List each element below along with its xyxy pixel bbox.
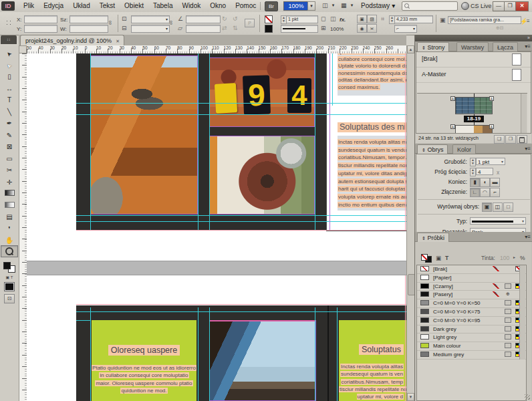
vertical-scrollbar[interactable]: ▲ ▼ (406, 45, 414, 401)
delete-page-icon[interactable] (517, 135, 527, 144)
join-miter-icon[interactable]: ∟ (470, 188, 480, 197)
view-options-arrow[interactable]: ▾ (330, 1, 336, 9)
cap-round-icon[interactable]: ◖ (480, 178, 490, 187)
panel-menu-icon[interactable]: ≡ (527, 18, 530, 24)
stroke-swatch[interactable] (265, 25, 273, 33)
spread-thumbnail-18-19[interactable] (455, 97, 493, 114)
photo-excavator[interactable] (90, 55, 198, 215)
flip-horizontal-icon[interactable]: ⇄ (222, 25, 227, 31)
pages-thumbnails[interactable]: A A 18-19 A A (417, 93, 527, 135)
menu-item[interactable]: Pomoc (231, 0, 261, 12)
apply-color-button[interactable] (4, 282, 15, 291)
weight-dropdown[interactable]: 1 pkt▾ (476, 158, 505, 165)
formatting-text-icon[interactable]: T (445, 255, 448, 261)
swatch-row[interactable]: Light grey ✎ ⊕ (417, 333, 526, 342)
minimize-button[interactable]: — (493, 1, 505, 11)
tool-button[interactable]: ✋ (1, 233, 17, 244)
tab-warstwy[interactable]: Warstwy (456, 42, 489, 52)
menu-item[interactable]: Tekst (95, 0, 120, 12)
photo-blue-tank[interactable] (209, 320, 316, 401)
swatches-scrollbar[interactable] (519, 265, 525, 360)
tool-button[interactable]: ✒ (1, 116, 17, 127)
swatch-row[interactable]: Medium grey ✎ ⊕ (417, 351, 526, 360)
tool-button[interactable] (1, 245, 18, 257)
fill-stroke-proxy[interactable] (421, 254, 432, 263)
bridge-button[interactable]: Br (265, 1, 278, 11)
menu-item[interactable]: Okno (205, 0, 231, 12)
miter-field[interactable]: 4 (476, 168, 493, 175)
tab-close-icon[interactable]: ✕ (114, 37, 122, 45)
tool-button[interactable] (1, 186, 17, 197)
guide-vertical[interactable] (198, 53, 198, 231)
tab-probki[interactable]: ⇕ Próbki (417, 233, 449, 243)
guide-vertical[interactable] (209, 307, 210, 401)
menu-item[interactable]: Układ (68, 0, 95, 12)
menu-item[interactable]: Plik (19, 0, 39, 12)
cs-live-icon[interactable] (461, 2, 469, 10)
guide-vertical[interactable] (332, 53, 333, 106)
pages-scrollbar[interactable] (521, 94, 527, 135)
tool-button[interactable]: ❜ (1, 222, 17, 233)
guide-horizontal[interactable] (76, 311, 406, 312)
panel-menu-icon[interactable]: ▾≡ (525, 146, 531, 152)
wrap-none-button[interactable]: ▣ (357, 15, 367, 23)
intro-text-frame[interactable]: quiduntion ne mod eos ut ascullabore con… (338, 53, 406, 96)
menu-item[interactable]: Tabela (148, 0, 177, 12)
scale-y-field[interactable]: ▾ (131, 25, 170, 33)
search-input[interactable] (402, 1, 458, 11)
tool-button[interactable]: ✂ (1, 163, 17, 174)
tool-button[interactable]: ▤ (1, 210, 17, 221)
heading-frame[interactable]: Soluptatus des mil (338, 122, 406, 134)
swatch-row[interactable]: [Pasery] ✎ ⊕ (417, 291, 526, 299)
x-field[interactable] (24, 15, 57, 23)
weight-stepper[interactable]: ▲▼ (470, 158, 476, 166)
tool-button[interactable]: ⊠ (1, 140, 17, 150)
restore-button[interactable]: ❐ (504, 1, 516, 11)
tab-kolor[interactable]: Kolor (452, 144, 476, 154)
screen-mode-arrow[interactable]: ▾ (349, 1, 355, 9)
guide-horizontal[interactable] (76, 114, 406, 115)
style-override-icon[interactable]: ⊕⊟ (496, 25, 504, 31)
opacity-value[interactable]: 100% (330, 26, 344, 32)
master-row-amaster[interactable]: A-Master (416, 68, 531, 83)
tool-button[interactable]: ✛ (1, 175, 17, 186)
tool-button[interactable]: ➤ (1, 58, 17, 69)
guide-horizontal-short[interactable] (76, 320, 90, 321)
panel-menu-icon[interactable]: ▾≡ (525, 43, 531, 49)
flip-vertical-icon[interactable]: ⇅ (233, 25, 238, 31)
wrap-jump-button[interactable]: ◉ (357, 24, 367, 33)
guide-vertical[interactable] (90, 53, 91, 231)
tool-button[interactable]: ▯ (1, 70, 17, 80)
fill-swatch[interactable] (265, 15, 273, 23)
guide-horizontal[interactable] (76, 103, 406, 104)
swatch-row[interactable]: C=0 M=0 Y=0 K=75 ✎ ⊕ (417, 308, 526, 317)
guide-vertical[interactable] (315, 307, 315, 401)
tool-button[interactable]: ➤ (1, 46, 17, 57)
miter-stepper[interactable]: ▲▼ (470, 168, 476, 176)
tool-button[interactable]: ╲ (1, 105, 17, 116)
constrain-scale-icon[interactable]: ∞ (168, 21, 174, 25)
stroke-weight-field[interactable]: 1 pkt (286, 15, 318, 23)
width-field[interactable] (70, 15, 108, 23)
panel-menu-icon[interactable]: ▾≡ (525, 234, 531, 240)
swatch-row[interactable]: [Czarny] ✎ ⊕ (417, 283, 526, 291)
scroll-down-icon[interactable]: ▼ (407, 393, 414, 401)
scroll-up-icon[interactable]: ▲ (407, 45, 414, 53)
spread-label[interactable]: 18-19 (464, 116, 484, 122)
reference-point-proxy[interactable] (5, 19, 13, 27)
swatch-row[interactable]: [Brak] ✎ ⊕ (417, 265, 526, 274)
guide-vertical[interactable] (315, 53, 315, 231)
rotation-field[interactable] (186, 15, 221, 23)
green-text-frame-right[interactable]: Soluptatus Inctas renda volupta alitassu… (339, 320, 406, 401)
new-spread-icon[interactable]: ❏ (494, 135, 505, 144)
guide-vertical[interactable] (90, 307, 91, 401)
green-text-frame-left[interactable]: Oloreseq uaspere Ptatio quiduntion ne mo… (92, 320, 196, 401)
margin-guide[interactable] (329, 53, 330, 231)
tool-button[interactable]: ✎ (1, 128, 17, 139)
menu-item[interactable]: Edycja (39, 0, 68, 12)
tint-value[interactable]: 100 (500, 255, 509, 261)
wrap-around-button[interactable]: ▨ (367, 15, 377, 23)
cs-live-label[interactable]: CS Live (471, 3, 492, 9)
document-tab[interactable]: projekt24s_ogolny.indd @ 100%✕ (20, 35, 124, 46)
swatch-row[interactable]: C=0 M=0 Y=0 K=50 ✎ ⊕ (417, 299, 526, 308)
